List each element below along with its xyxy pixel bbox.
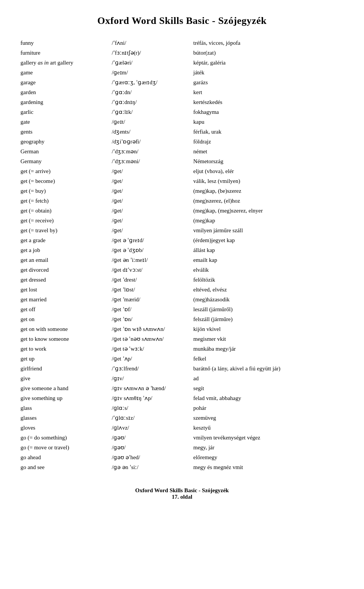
definition-cell: felad vmit, abbahagy [192,393,345,403]
definition-cell: tréfás, vicces, jópofa [192,38,345,48]
table-row: gardening/ˈɡɑːdnɪŋ/kertészkedés [19,97,345,107]
definition-cell: leszáll (járműről) [192,304,345,314]
definition-cell: német [192,146,345,156]
word-cell: get (= travel by) [19,225,110,235]
phonetic-cell: /ɡet ˈɒf/ [110,304,192,314]
word-cell: glasses [19,413,110,423]
definition-cell: kertészkedés [192,97,345,107]
table-row: gents/dʒents/férfiak, urak [19,127,345,137]
table-row: give someone a hand/ɡɪv sʌmwʌn ə ˈhænd/s… [19,383,345,393]
table-row: give/ɡɪv/ad [19,373,345,383]
word-cell: get up [19,354,110,364]
phonetic-cell: /ɡəʊ/ [110,433,192,443]
table-row: gate/ɡeɪt/kapu [19,117,345,127]
word-cell: give something up [19,393,110,403]
definition-cell: bútor(zat) [192,48,345,58]
table-row: funny/ˈfʌni/tréfás, vicces, jópofa [19,38,345,48]
definition-cell: vmilyen járműre száll [192,225,345,235]
word-cell: funny [19,38,110,48]
phonetic-cell: /ˈɡlɑːsɪz/ [110,413,192,423]
word-cell: get on with someone [19,324,110,334]
definition-cell: munkába megy/jár [192,344,345,354]
table-row: get married/ɡet ˈmærid/(meg)házasodik [19,294,345,304]
definition-cell: eltéved, elvész [192,285,345,294]
word-cell: get (= fetch) [19,196,110,206]
word-cell: gents [19,127,110,137]
word-cell: give [19,373,110,383]
word-cell: get (= obtain) [19,206,110,216]
phonetic-cell: /ɡeɪm/ [110,68,192,77]
definition-cell: (érdem)jegyet kap [192,235,345,245]
phonetic-cell: /ɡɪv sʌmwʌn ə ˈhænd/ [110,383,192,393]
footer-page: 17. oldal [19,494,345,500]
word-cell: get (= arrive) [19,166,110,176]
word-cell: go and see [19,462,110,472]
word-cell: get (= become) [19,176,110,186]
table-row: get a grade/ɡet ə ˈɡreɪd/(érdem)jegyet k… [19,235,345,245]
word-cell: game [19,68,110,77]
word-cell: garage [19,77,110,87]
table-row: get a job/ɡet ə ˈdʒɒb/állást kap [19,245,345,255]
phonetic-cell: /dʒents/ [110,127,192,137]
word-cell: glass [19,403,110,413]
phonetic-cell: /ˈdʒɜːməni/ [110,156,192,166]
word-cell: gallery as in art gallery [19,58,110,68]
definition-cell: megy és megnéz vmit [192,462,345,472]
definition-cell: (meg)kap, (meg)szerez, elnyer [192,206,345,216]
definition-cell: kapu [192,117,345,127]
phonetic-cell: /ɡet/ [110,216,192,225]
table-row: go (= move or travel)/ɡəʊ/megy, jár [19,443,345,452]
word-cell: geography [19,137,110,146]
phonetic-cell: /ɡet ˈɒn wɪð sʌmwʌn/ [110,324,192,334]
table-row: get an email/ɡet ən ˈiːmeɪl/emailt kap [19,255,345,265]
table-row: glasses/ˈɡlɑːsɪz/szemüveg [19,413,345,423]
phonetic-cell: /ɡet ˈɒn/ [110,314,192,324]
phonetic-cell: /ˈɡæləri/ [110,58,192,68]
phonetic-cell: /ɡet tə ˈwɜːk/ [110,344,192,354]
definition-cell: válik, lesz (vmilyen) [192,176,345,186]
table-row: get (= arrive)/ɡet/eljut (vhova), elér [19,166,345,176]
table-row: go and see/ɡə ən ˈsiː/megy és megnéz vmi… [19,462,345,472]
definition-cell: garázs [192,77,345,87]
table-row: get (= obtain)/ɡet/(meg)kap, (meg)szerez… [19,206,345,216]
table-row: get (= travel by)/ɡet/vmilyen járműre sz… [19,225,345,235]
definition-cell: barátnő (a lány, akivel a fiú együtt jár… [192,364,345,373]
word-cell: garden [19,87,110,97]
table-row: get dressed/ɡet ˈdrest/felöltözik [19,275,345,285]
table-row: German/ˈdʒɜːmən/német [19,146,345,156]
word-cell: go ahead [19,452,110,462]
word-cell: get to work [19,344,110,354]
phonetic-cell: /ˈɡɜːlfrend/ [110,364,192,373]
phonetic-cell: /ɡɪv/ [110,373,192,383]
word-cell: get a grade [19,235,110,245]
phonetic-cell: /ɡet ˈdrest/ [110,275,192,285]
word-cell: get a job [19,245,110,255]
definition-cell: megismer vkit [192,334,345,344]
table-row: get on/ɡet ˈɒn/felszáll (járműre) [19,314,345,324]
definition-cell: kijön vkivel [192,324,345,334]
table-row: girlfriend/ˈɡɜːlfrend/barátnő (a lány, a… [19,364,345,373]
table-row: get to work/ɡet tə ˈwɜːk/munkába megy/já… [19,344,345,354]
phonetic-cell: /ɡlɑːs/ [110,403,192,413]
phonetic-cell: /ˈdʒɜːmən/ [110,146,192,156]
table-row: furniture/ˈfɜːnɪtʃə(r)/bútor(zat) [19,48,345,58]
table-row: garlic/ˈɡɑːlɪk/fokhagyma [19,107,345,117]
word-cell: gardening [19,97,110,107]
definition-cell: segít [192,383,345,393]
word-cell: get off [19,304,110,314]
definition-cell: játék [192,68,345,77]
table-row: Germany/ˈdʒɜːməni/Németország [19,156,345,166]
phonetic-cell: /ɡet ˈʌp/ [110,354,192,364]
phonetic-cell: /ɡet tə ˈnəʊ sʌmwʌn/ [110,334,192,344]
word-cell: gate [19,117,110,127]
phonetic-cell: /ˈɡærɑːʒ, ˈɡærɪdʒ/ [110,77,192,87]
word-cell: get (= buy) [19,186,110,196]
table-row: glass/ɡlɑːs/pohár [19,403,345,413]
word-cell: get divorced [19,265,110,275]
definition-cell: (meg)kap [192,216,345,225]
word-cell: furniture [19,48,110,58]
table-row: get divorced/ɡet dɪˈvɔːst/elválik [19,265,345,275]
table-row: go ahead/ɡəʊ əˈhed/előremegy [19,452,345,462]
table-row: get on with someone/ɡet ˈɒn wɪð sʌmwʌn/k… [19,324,345,334]
word-cell: go (= do something) [19,433,110,443]
